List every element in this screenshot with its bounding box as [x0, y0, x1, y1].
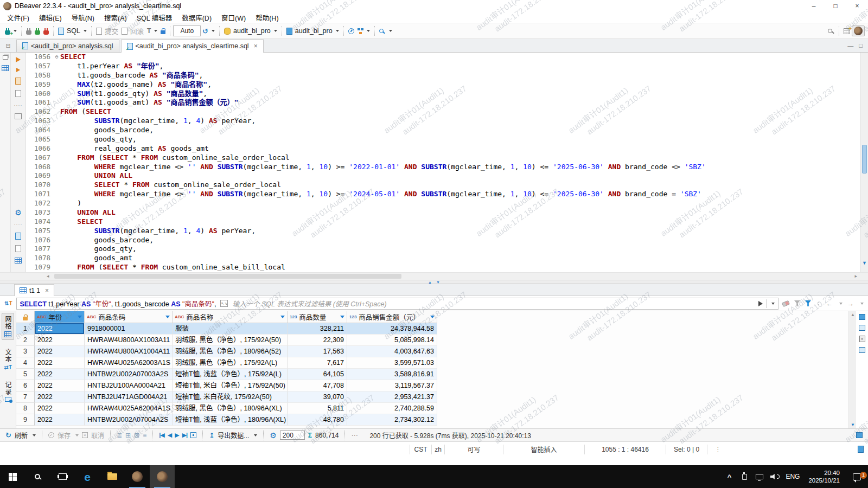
chevron-down-icon[interactable]: [336, 30, 339, 32]
refresh-icon[interactable]: [5, 432, 11, 439]
grid-vertical-scrollbar[interactable]: ▲ ▼: [848, 311, 856, 428]
scroll-up-icon[interactable]: ▲: [851, 312, 855, 317]
menu-item-5[interactable]: 数据库(D): [177, 11, 216, 24]
dbeaver-taskbar-button[interactable]: [125, 465, 150, 488]
grid-cell[interactable]: 2,740,288.59: [347, 403, 437, 414]
chevron-down-icon[interactable]: [389, 30, 392, 32]
minimize-editor-icon[interactable]: —: [847, 42, 853, 49]
code-line[interactable]: 1059 MAX(t2.goods_name) AS "商品名称",: [26, 80, 860, 89]
grid-cell[interactable]: HNTBW2U002A07004A2S: [85, 414, 173, 426]
editor-results-splitter[interactable]: ▲ ▼: [0, 280, 868, 284]
back-arrow-icon[interactable]: ←: [826, 300, 833, 307]
menu-item-2[interactable]: 导航(N): [67, 11, 99, 24]
transaction-mode-button[interactable]: T: [145, 26, 159, 36]
commit-button[interactable]: 提交: [94, 25, 120, 37]
column-header-2[interactable]: ABC商品名称: [173, 311, 288, 323]
scroll-right-icon[interactable]: ▸: [854, 273, 857, 279]
grid-cell[interactable]: 3,119,567.37: [347, 380, 437, 391]
grid-cell[interactable]: 短袖T恤, 浅蓝（净色）, 175/92A(L): [173, 369, 288, 380]
row-number[interactable]: 7: [16, 391, 35, 403]
code-line[interactable]: 1066 real_goods_amt AS goods_amt: [26, 144, 860, 153]
grid-corner-cell[interactable]: [16, 311, 35, 323]
tab-analysis-cleartime-sql[interactable]: ✓ <audit_bi_pro> analysis_cleartime.sql …: [121, 39, 264, 53]
code-line[interactable]: 1072 ): [26, 199, 860, 208]
apply-filter-play-icon[interactable]: [758, 301, 763, 306]
grid-cell[interactable]: 2,734,302.12: [347, 414, 437, 426]
code-line[interactable]: 1075 SUBSTR(mgclear_time, 1, 4) AS perYe…: [26, 227, 860, 236]
fold-collapse-icon[interactable]: ⊖: [53, 53, 60, 62]
save-button[interactable]: 保存: [58, 431, 71, 440]
tab-analysis-sql[interactable]: ✓ <audit_bi_pro> analysis.sql: [16, 39, 119, 52]
grid-cell[interactable]: 3,589,816.91: [347, 369, 437, 380]
grid-cell[interactable]: HNTBW2U002A07003A2S: [85, 369, 173, 380]
grid-cell[interactable]: 47,708: [288, 380, 347, 391]
column-dropdown-icon[interactable]: [78, 316, 82, 318]
editor-settings-gear-icon[interactable]: [15, 209, 22, 216]
database-navigator-icon[interactable]: [2, 65, 9, 71]
grid-cell[interactable]: HWRAW4U025A62003A1S: [85, 357, 173, 369]
custom-filter-icon[interactable]: [805, 300, 811, 306]
editor-horizontal-scrollbar[interactable]: ◂ ▸: [0, 272, 868, 280]
code-line[interactable]: 1065 goods_qty,: [26, 135, 860, 144]
grid-cell[interactable]: 2022: [35, 369, 85, 380]
code-line[interactable]: 1067 FROM (SELECT * FROM custom_online_s…: [26, 153, 860, 163]
grid-cell[interactable]: 2022: [35, 380, 85, 391]
dashboard-button[interactable]: [347, 27, 356, 35]
scrollbar-thumb[interactable]: [54, 274, 401, 279]
auto-commit-combo[interactable]: Auto: [173, 25, 201, 36]
editor-vertical-scrollbar[interactable]: ▼: [860, 53, 868, 272]
reconnect-button[interactable]: [33, 27, 42, 36]
grid-cell[interactable]: 羽绒服, 黑色（净色）, 180/96A(52): [173, 346, 288, 357]
editor-pane-menu-icon[interactable]: ⊟: [0, 39, 16, 52]
minimize-button[interactable]: –: [803, 0, 825, 12]
expand-filter-icon[interactable]: ↖↘: [220, 300, 228, 307]
code-line[interactable]: 1061 SUM(t1.goods_amt) AS "商品销售金额（元）": [26, 98, 860, 107]
filter-history-chevron-icon[interactable]: [771, 303, 775, 305]
column-dropdown-icon[interactable]: [165, 316, 170, 318]
grid-cell[interactable]: HWRAW4U800AX1004A11: [85, 346, 173, 357]
go-to-row-icon[interactable]: [190, 432, 196, 438]
grid-cell[interactable]: HWRAW4U025A62004A1S: [85, 403, 173, 414]
grid-cell[interactable]: 羽绒服, 黑色（净色）, 180/96A(XL): [173, 403, 288, 414]
code-line[interactable]: 1058 t1.goods_barcode AS "商品条码",: [26, 71, 860, 80]
result-grid-icon[interactable]: [15, 258, 22, 264]
disconnect-button[interactable]: [42, 27, 50, 36]
references-panel-icon[interactable]: [859, 347, 865, 353]
grid-cell[interactable]: 2022: [35, 335, 85, 346]
usb-tray-button[interactable]: [737, 474, 752, 480]
chevron-down-icon[interactable]: [75, 434, 79, 436]
refresh-button[interactable]: 刷新: [15, 431, 28, 440]
status-doc-icon[interactable]: [858, 446, 864, 453]
grid-cell[interactable]: 短袖T恤, 浅蓝（净色）, 180/96A(XL): [173, 414, 288, 426]
grid-cell[interactable]: HWRAW4U800AX1003A11: [85, 335, 173, 346]
tray-chevron-button[interactable]: ^: [722, 473, 737, 481]
grid-cell[interactable]: 羽绒服, 黑色（净色）, 175/92A(50): [173, 335, 288, 346]
status-segment-2[interactable]: 可写: [444, 445, 503, 454]
remove-filter-icon[interactable]: [794, 300, 800, 306]
rollback-button[interactable]: 回滚: [120, 25, 145, 37]
grid-cell[interactable]: 2022: [35, 346, 85, 357]
calc-panel-icon[interactable]: =: [859, 336, 865, 342]
grid-cell[interactable]: 9918000001: [85, 323, 173, 335]
row-number[interactable]: 1: [16, 323, 35, 335]
maximize-button[interactable]: □: [825, 0, 846, 12]
export-from-query-icon[interactable]: [15, 78, 21, 85]
code-line[interactable]: 1063 SUBSTR(mgclear_time, 1, 4) AS perYe…: [26, 117, 860, 126]
transaction-lock-button[interactable]: [159, 27, 167, 35]
presentation-tab-grid[interactable]: 网格: [2, 313, 14, 340]
code-line[interactable]: 1076 goods_barcode,: [26, 236, 860, 245]
add-row-icon[interactable]: ⊞: [125, 432, 131, 439]
maximize-editor-icon[interactable]: □: [859, 42, 863, 49]
edge-button[interactable]: e: [75, 465, 100, 488]
menu-item-1[interactable]: 编辑(E): [34, 11, 67, 24]
grid-cell[interactable]: HNTBJ2U100AA0004A21: [85, 380, 173, 391]
chevron-down-icon[interactable]: [839, 303, 843, 305]
code-line[interactable]: 1078 goods_amt: [26, 254, 860, 263]
first-row-icon[interactable]: |◀: [159, 432, 164, 439]
grid-cell[interactable]: 2022: [35, 391, 85, 403]
column-header-0[interactable]: ABC年份: [35, 311, 85, 323]
network-tray-button[interactable]: [752, 474, 767, 479]
previous-row-icon[interactable]: ◀: [168, 432, 171, 439]
fetch-size-input[interactable]: 200: [280, 431, 305, 440]
status-segment-5[interactable]: Sel: 0 | 0: [666, 445, 707, 454]
